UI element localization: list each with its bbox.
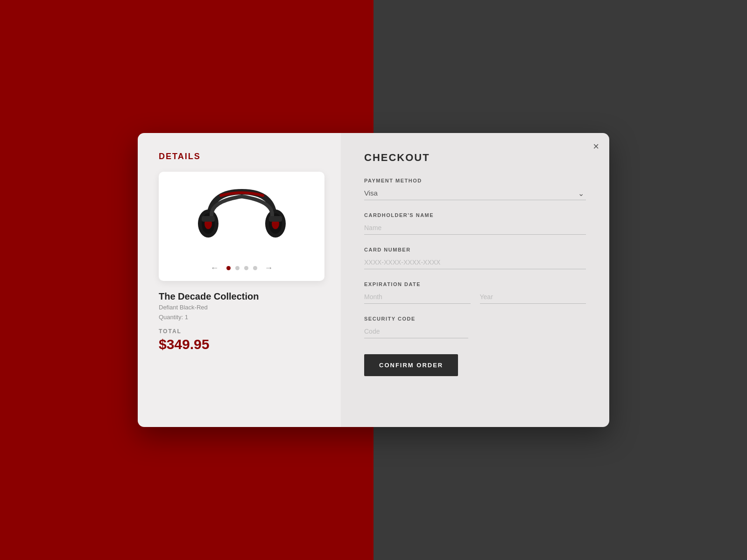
- product-quantity: Quantity: 1: [159, 314, 324, 321]
- product-variant: Defiant Black-Red: [159, 304, 324, 311]
- carousel-controls: ← →: [166, 262, 317, 274]
- svg-rect-6: [202, 216, 215, 222]
- security-code-field: SECURITY CODE: [364, 316, 586, 338]
- carousel-dot-4[interactable]: [253, 266, 257, 270]
- card-number-field: CARD NUMBER: [364, 247, 586, 269]
- carousel-prev[interactable]: ←: [208, 262, 222, 274]
- expiry-row: [364, 290, 586, 304]
- headphones-image: [166, 181, 317, 256]
- cardholder-name-field: CARDHOLDER'S NAME: [364, 212, 586, 235]
- total-price: $349.95: [159, 336, 324, 352]
- security-code-input[interactable]: [364, 324, 468, 338]
- modal-details-panel: DETAILS: [138, 133, 341, 427]
- carousel-dot-1[interactable]: [226, 266, 231, 270]
- payment-method-field: PAYMENT METHOD Visa Mastercard American …: [364, 178, 586, 200]
- modal: × DETAILS: [138, 133, 609, 427]
- payment-method-wrapper: Visa Mastercard American Express PayPal …: [364, 186, 586, 200]
- confirm-order-button[interactable]: CONFIRM ORDER: [364, 354, 458, 376]
- security-code-label: SECURITY CODE: [364, 316, 586, 322]
- payment-method-select[interactable]: Visa Mastercard American Express PayPal: [364, 186, 586, 200]
- close-button[interactable]: ×: [593, 141, 599, 152]
- modal-checkout-panel: CHECKOUT PAYMENT METHOD Visa Mastercard …: [341, 133, 609, 427]
- product-name: The Decade Collection: [159, 291, 324, 302]
- checkout-title: CHECKOUT: [364, 152, 586, 164]
- total-label: TOTAL: [159, 328, 324, 335]
- carousel-dot-2[interactable]: [235, 266, 240, 270]
- carousel-dot-3[interactable]: [244, 266, 248, 270]
- product-card: ← →: [159, 172, 324, 281]
- carousel-next[interactable]: →: [262, 262, 276, 274]
- card-number-input[interactable]: [364, 255, 586, 269]
- expiry-year-input[interactable]: [480, 290, 586, 304]
- svg-rect-7: [269, 216, 282, 222]
- cardholder-name-label: CARDHOLDER'S NAME: [364, 212, 586, 218]
- cardholder-name-input[interactable]: [364, 221, 586, 235]
- expiry-month-input[interactable]: [364, 290, 471, 304]
- payment-method-label: PAYMENT METHOD: [364, 178, 586, 183]
- details-title: DETAILS: [159, 152, 324, 161]
- expiration-date-label: EXPIRATION DATE: [364, 281, 586, 287]
- expiration-date-field: EXPIRATION DATE: [364, 281, 586, 304]
- card-number-label: CARD NUMBER: [364, 247, 586, 252]
